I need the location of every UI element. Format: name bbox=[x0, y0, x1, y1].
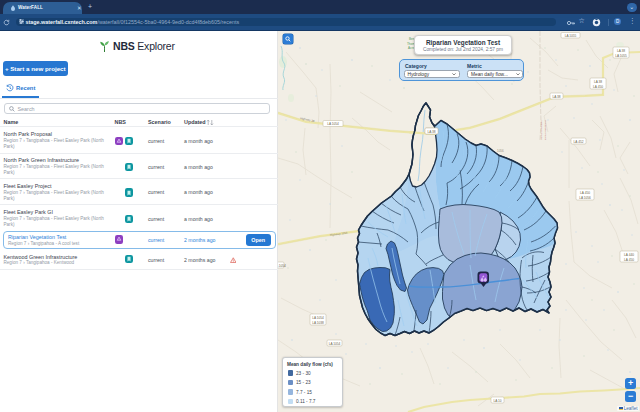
svg-text:LA 450: LA 450 bbox=[593, 85, 603, 89]
svg-text:LA 1056: LA 1056 bbox=[579, 196, 591, 200]
svg-text:Washington Parish: Washington Parish bbox=[544, 120, 547, 141]
svg-text:1056: 1056 bbox=[497, 149, 504, 153]
svg-text:LA 1054: LA 1054 bbox=[278, 264, 286, 268]
svg-text:LA 450: LA 450 bbox=[580, 191, 590, 195]
svg-text:LA 38: LA 38 bbox=[617, 49, 625, 53]
svg-text:LA 452: LA 452 bbox=[574, 140, 584, 144]
svg-text:LA 1055: LA 1055 bbox=[565, 34, 577, 38]
svg-text:Tangipahoa Parish: Tangipahoa Parish bbox=[540, 120, 543, 140]
svg-text:LA 10: LA 10 bbox=[493, 399, 501, 403]
svg-text:LA 450: LA 450 bbox=[624, 258, 634, 262]
svg-text:LA 1038: LA 1038 bbox=[312, 321, 324, 325]
svg-text:LA 1054: LA 1054 bbox=[329, 342, 341, 346]
svg-text:Highway 1054: Highway 1054 bbox=[330, 231, 349, 237]
svg-text:LA 1055: LA 1055 bbox=[615, 54, 627, 58]
svg-text:LA 1054: LA 1054 bbox=[327, 122, 339, 126]
svg-text:LA 38: LA 38 bbox=[427, 130, 435, 134]
svg-text:LA 38: LA 38 bbox=[594, 80, 602, 84]
svg-text:LA 440: LA 440 bbox=[624, 253, 634, 257]
svg-text:LA 1054: LA 1054 bbox=[312, 316, 324, 320]
svg-text:LA 38: LA 38 bbox=[552, 95, 560, 99]
